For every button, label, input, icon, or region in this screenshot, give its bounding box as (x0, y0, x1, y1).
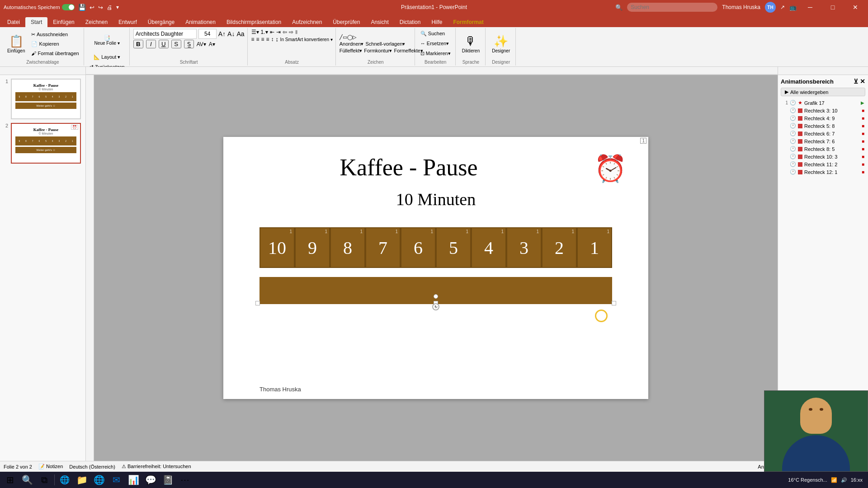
indent-more-icon[interactable]: ⇥ (276, 29, 281, 35)
notes-button[interactable]: 📝 Notizen (38, 464, 63, 469)
font-color-button[interactable]: A▾ (209, 41, 215, 47)
anim-item-5[interactable]: 🕐 Rechteck 6: 7 ■ (781, 130, 865, 137)
cut-button[interactable]: ✂ Ausschneiden (29, 30, 80, 39)
play-all-button[interactable]: ▶ Alle wiedergeben (781, 88, 865, 96)
anim-item-9[interactable]: 🕐 Rechteck 11: 2 ■ (781, 160, 865, 168)
tab-entwurf[interactable]: Entwurf (113, 17, 142, 27)
user-avatar[interactable]: TH (765, 2, 776, 13)
panel-collapse-icon[interactable]: ⊻ (854, 78, 858, 85)
smartart-icon[interactable]: In SmartArt konvertieren ▾ (280, 37, 333, 42)
taskbar-edge-icon[interactable]: 🌐 (91, 472, 107, 488)
tab-formformat[interactable]: Formformat (448, 17, 489, 27)
anim-item-1[interactable]: 1 🕐 ★ Grafik 17 ▶ (781, 99, 865, 107)
autosave-switch[interactable] (62, 4, 75, 10)
taskbar-onenote-icon[interactable]: 📓 (160, 472, 176, 488)
tab-einfuegen[interactable]: Einfügen (47, 17, 80, 27)
slide-thumb-2[interactable]: 2 ⏰ Kaffee - Pause © Minuten 9 8 7 6 5 4… (2, 123, 84, 164)
tab-hilfe[interactable]: Hilfe (426, 17, 448, 27)
tab-aufzeichen[interactable]: Aufzeichnen (287, 17, 327, 27)
format-paint-button[interactable]: 🖌 Format übertragen (29, 49, 80, 58)
taskbar-outlook-icon[interactable]: ✉ (108, 472, 124, 488)
rtl-icon[interactable]: ⇦ (283, 29, 287, 35)
columns-icon[interactable]: ⫴ (295, 29, 297, 35)
taskbar-start-icon[interactable]: ⊞ (2, 472, 18, 488)
slide-1-preview[interactable]: Kaffee - Pause © Minuten 9 8 7 6 5 4 3 2… (11, 79, 81, 119)
tab-zeichnen[interactable]: Zeichnen (80, 17, 113, 27)
minimize-button[interactable]: ─ (801, 0, 819, 14)
tab-ansicht[interactable]: Ansicht (365, 17, 394, 27)
outline-button[interactable]: Formkontur▾ (364, 48, 392, 54)
tab-dictation[interactable]: Dictation (394, 17, 426, 27)
indent-less-icon[interactable]: ⇤ (270, 29, 274, 35)
bold-button[interactable]: B (133, 40, 143, 48)
center-handle[interactable]: ↻ (432, 303, 439, 310)
slide-title[interactable]: Kaffee - Pause (223, 154, 594, 181)
font-size-input[interactable]: 54 (198, 29, 217, 39)
tab-ueberpruefen[interactable]: Überprüfen (327, 17, 365, 27)
anim-item-4[interactable]: 🕐 Rechteck 5: 8 ■ (781, 122, 865, 130)
anim-item-10[interactable]: 🕐 Rechteck 12: 1 ■ (781, 168, 865, 176)
anim-item-7[interactable]: 🕐 Rechteck 8: 5 ■ (781, 145, 865, 153)
increase-font-icon[interactable]: A↑ (218, 30, 226, 38)
rotate-handle[interactable] (434, 294, 438, 299)
search-icon[interactable]: 🔍 (615, 4, 623, 11)
taskbar-teams-icon[interactable]: 💬 (142, 472, 159, 488)
tab-uebergaenge[interactable]: Übergänge (142, 17, 180, 27)
list-num-icon[interactable]: 1.▾ (261, 29, 268, 35)
new-slide-button[interactable]: 📑 Neue Folie ▾ (92, 29, 123, 52)
slide-canvas[interactable]: 1 Kaffee - Pause ⏰ 10 Minuten 110 19 (223, 137, 648, 399)
justify-icon[interactable]: ≡ (266, 36, 269, 42)
handle-ml[interactable] (255, 301, 260, 305)
paste-button[interactable]: 📋 Einfügen (5, 31, 28, 56)
slide-thumb-1[interactable]: 1 Kaffee - Pause © Minuten 9 8 7 6 5 4 3… (2, 79, 84, 119)
font-name-input[interactable]: Architects Daughter (133, 29, 197, 39)
decrease-font-icon[interactable]: A↓ (227, 30, 235, 38)
copy-button[interactable]: 📄 Kopieren (29, 39, 80, 48)
close-button[interactable]: ✕ (846, 0, 864, 14)
taskbar-more-icon[interactable]: ⋯ (177, 472, 193, 488)
tab-bildschirm[interactable]: Bildschirmpräsentation (221, 17, 287, 27)
search-button[interactable]: 🔍 Suchen (419, 29, 447, 38)
char-spacing-button[interactable]: AV▾ (197, 41, 206, 47)
underline-button[interactable]: U (159, 40, 169, 48)
taskbar-chrome-icon[interactable]: 🌐 (57, 472, 73, 488)
titlebar-undo-icon[interactable]: ↩ (90, 4, 94, 11)
clear-format-icon[interactable]: Aa (236, 30, 244, 38)
align-center-icon[interactable]: ≡ (256, 36, 259, 42)
anim-item-2[interactable]: 🕐 Rechteck 3: 10 ■ (781, 107, 865, 114)
anim-item-3[interactable]: 🕐 Rechteck 4: 9 ■ (781, 114, 865, 122)
titlebar-save-icon[interactable]: 💾 (78, 4, 86, 11)
anim-item-6[interactable]: 🕐 Rechteck 7: 6 ■ (781, 137, 865, 145)
list-bullet-icon[interactable]: ☰▾ (251, 29, 259, 35)
taskbar-powerpoint-icon[interactable]: 📊 (125, 472, 142, 488)
tab-datei[interactable]: Datei (2, 17, 25, 27)
arrange-button[interactable]: Anordnen▾ (340, 41, 364, 47)
designer-button[interactable]: ✨ Designer (489, 31, 513, 56)
autosave-toggle[interactable]: Automatisches Speichern (4, 4, 75, 10)
slide-subtitle[interactable]: 10 Minuten (223, 189, 648, 209)
titlebar-more-icon[interactable]: ▾ (116, 4, 119, 10)
align-left-icon[interactable]: ≡ (251, 36, 255, 42)
layout-button[interactable]: 📐 Layout ▾ (92, 52, 122, 61)
titlebar-redo-icon[interactable]: ↪ (98, 4, 103, 11)
taskbar-explorer-icon[interactable]: 📁 (74, 472, 90, 488)
ltr-icon[interactable]: ⇨ (289, 29, 293, 35)
select-button[interactable]: ⊡ Markieren▾ (419, 49, 453, 58)
text-align-icon[interactable]: ↨ (276, 36, 278, 42)
fill-effect-button[interactable]: Fülleffekt▾ (340, 48, 362, 54)
slide-2-preview[interactable]: ⏰ Kaffee - Pause © Minuten 9 8 7 6 5 4 3… (11, 123, 81, 164)
maximize-button[interactable]: □ (824, 0, 842, 14)
panel-close-icon[interactable]: ✕ (860, 78, 865, 85)
tab-start[interactable]: Start (25, 17, 47, 27)
anim-item-8[interactable]: 🕐 Rechteck 10: 3 ■ (781, 153, 865, 160)
taskbar-taskview-icon[interactable]: ⧉ (36, 472, 52, 488)
shapes-icon[interactable]: ╱▭◯▷ (340, 34, 356, 40)
quick-styles-button[interactable]: Schnell-vorlagen▾ (365, 41, 405, 47)
dictation-button[interactable]: 🎙 Diktieren (459, 31, 482, 56)
taskbar-wifi-icon[interactable]: 📶 (831, 477, 837, 483)
share-icon[interactable]: ↗ (780, 4, 785, 10)
shadow-button[interactable]: S̲ (184, 40, 194, 48)
tab-animationen[interactable]: Animationen (180, 17, 221, 27)
search-input[interactable] (627, 3, 717, 12)
present-icon[interactable]: 📺 (789, 4, 797, 11)
